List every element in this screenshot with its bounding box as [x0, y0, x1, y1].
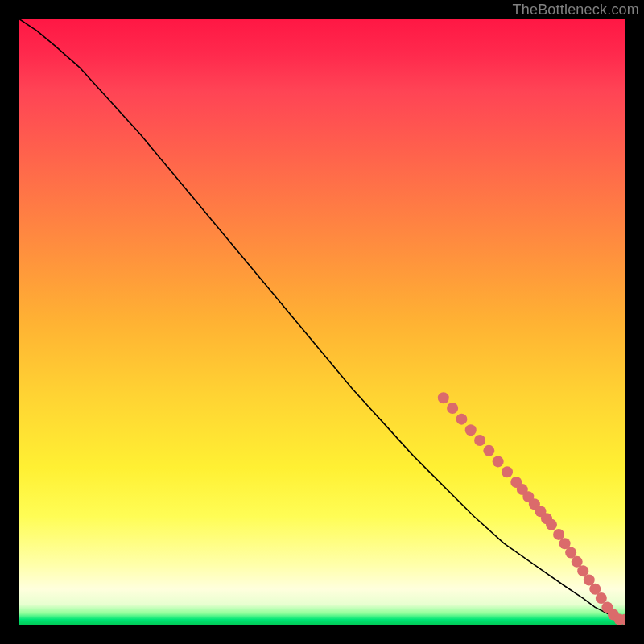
highlight-point	[474, 435, 485, 446]
highlight-point	[510, 477, 522, 488]
chart-frame: TheBottleneck.com	[0, 0, 644, 644]
highlight-point	[517, 484, 528, 495]
highlight-point	[620, 613, 625, 625]
highlight-point	[577, 565, 588, 576]
highlight-point	[493, 456, 504, 467]
chart-overlay	[19, 19, 625, 625]
highlight-point	[553, 529, 564, 540]
highlight-point	[447, 402, 458, 414]
attribution-text: TheBottleneck.com	[513, 2, 639, 19]
highlight-point	[535, 506, 546, 517]
plot-area	[19, 19, 625, 625]
highlight-point	[601, 601, 613, 613]
highlight-point	[522, 491, 534, 502]
highlight-point	[559, 538, 571, 549]
highlight-point	[589, 584, 601, 595]
highlight-point	[456, 414, 467, 425]
highlight-point	[584, 574, 595, 585]
highlight-point	[546, 519, 557, 530]
highlight-point	[596, 592, 607, 604]
highlight-point	[438, 392, 449, 403]
highlight-point	[465, 424, 477, 436]
highlight-point	[565, 547, 576, 559]
highlight-point	[529, 498, 540, 510]
highlight-point	[502, 466, 513, 477]
highlight-point	[613, 613, 625, 625]
highlight-point	[608, 609, 619, 620]
bottleneck-curve	[19, 19, 625, 619]
highlight-points-group	[438, 392, 625, 625]
highlight-point	[572, 556, 583, 568]
highlight-point	[483, 445, 494, 456]
highlight-point	[541, 513, 552, 524]
